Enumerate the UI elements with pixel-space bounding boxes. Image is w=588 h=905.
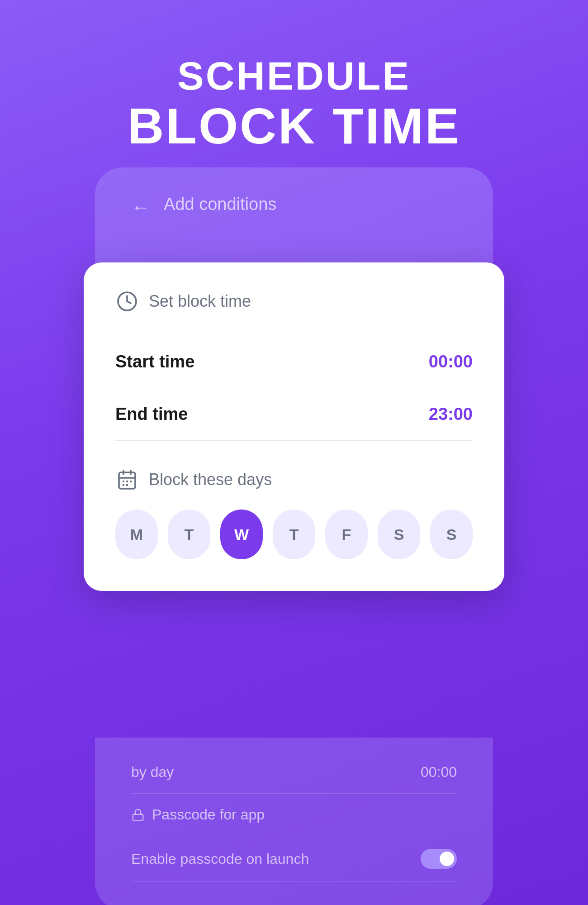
by-day-value: 00:00 [421, 764, 457, 781]
add-conditions-label: Add conditions [164, 195, 276, 214]
svg-rect-5 [123, 481, 124, 482]
enable-passcode-label: Enable passcode on launch [131, 851, 309, 867]
block-days-section: Block these days M T W T F S S [115, 468, 473, 559]
clock-icon-wrap [115, 290, 139, 313]
start-time-row[interactable]: Start time 00:00 [115, 336, 473, 388]
end-time-label: End time [115, 405, 188, 424]
calendar-icon [116, 469, 138, 491]
back-arrow-icon: ← [131, 196, 150, 218]
header-blocktime: BLOCK TIME [0, 98, 588, 154]
start-time-label: Start time [115, 352, 194, 372]
enable-passcode-row: Enable passcode on launch [131, 836, 457, 882]
day-sunday[interactable]: S [430, 510, 473, 559]
passcode-row: Passcode for app [131, 794, 457, 836]
main-card: Set block time Start time 00:00 End time… [84, 262, 504, 591]
calendar-icon-wrap [115, 468, 139, 491]
phone-card-bottom: by day 00:00 Passcode for app Enable pas… [95, 738, 493, 905]
passcode-label: Passcode for app [152, 806, 265, 823]
lock-icon [131, 808, 145, 822]
svg-rect-10 [133, 814, 143, 820]
header-section: SCHEDULE BLOCK TIME [0, 0, 588, 154]
clock-icon [116, 291, 138, 312]
block-these-days-label: Block these days [149, 470, 272, 489]
set-block-time-label: Set block time [149, 292, 251, 311]
end-time-value: 23:00 [429, 405, 473, 424]
set-block-time-row: Set block time [115, 290, 473, 313]
block-days-header: Block these days [115, 468, 473, 491]
by-day-row: by day 00:00 [131, 751, 457, 794]
passcode-icon-row: Passcode for app [131, 806, 265, 823]
svg-rect-9 [126, 484, 128, 486]
day-wednesday[interactable]: W [220, 510, 263, 559]
svg-rect-6 [126, 481, 128, 482]
start-time-value: 00:00 [429, 352, 473, 372]
day-saturday[interactable]: S [378, 510, 420, 559]
days-row: M T W T F S S [115, 510, 473, 559]
day-tuesday[interactable]: T [168, 510, 210, 559]
header-schedule: SCHEDULE [0, 54, 588, 98]
svg-rect-7 [130, 481, 132, 482]
day-friday[interactable]: F [325, 510, 368, 559]
day-thursday[interactable]: T [273, 510, 315, 559]
svg-rect-8 [123, 484, 124, 486]
by-day-label: by day [131, 764, 174, 781]
enable-passcode-toggle[interactable] [421, 849, 457, 869]
day-monday[interactable]: M [115, 510, 158, 559]
end-time-row[interactable]: End time 23:00 [115, 388, 473, 441]
